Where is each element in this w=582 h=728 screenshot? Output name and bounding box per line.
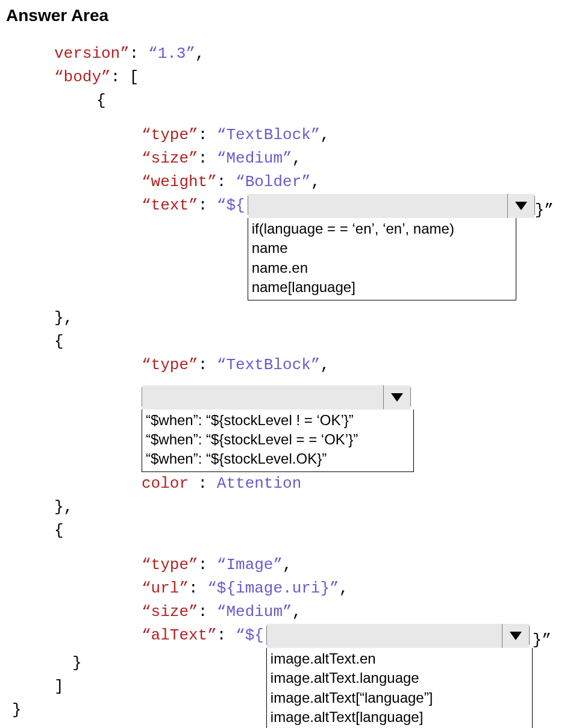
code-line: “type”: “TextBlock”,	[6, 353, 576, 377]
json-string: “TextBlock”	[217, 356, 321, 374]
json-key: color	[142, 474, 189, 493]
dropdown-header[interactable]	[248, 196, 535, 215]
json-string: “1.3”	[148, 45, 195, 63]
dropdown-option[interactable]: name[language]	[252, 278, 512, 297]
code-line: {	[6, 330, 576, 353]
code-line: “type”: “Image”,	[6, 553, 576, 577]
code-line: “text”: “${ if(language = = ‘en’, ‘en’, …	[6, 194, 576, 300]
chevron-down-icon	[509, 627, 522, 645]
code-line: version”: “1.3”,	[6, 42, 576, 66]
json-key: “type”	[142, 126, 198, 144]
dropdown-option[interactable]: name	[252, 238, 512, 258]
code-line: “body”: [	[6, 66, 576, 89]
json-string: “Medium”	[217, 603, 292, 621]
svg-marker-0	[515, 202, 527, 210]
dropdown-toggle[interactable]	[508, 194, 534, 218]
code-line: “$when”: “${stockLevel ! = ‘OK’}” “$when…	[6, 385, 576, 472]
json-string: “${	[236, 626, 264, 644]
json-string: “${	[217, 196, 245, 214]
json-key: “size”	[142, 149, 198, 167]
dropdown-option[interactable]: image.altText[language]	[271, 708, 528, 727]
code-block: version”: “1.3”, “body”: [ { “type”: “Te…	[6, 42, 576, 722]
json-value: Attention	[217, 474, 301, 493]
code-line: “size”: “Medium”,	[6, 147, 576, 170]
page-title: Answer Area	[6, 6, 576, 25]
json-string: “TextBlock”	[217, 126, 321, 144]
json-string: “Medium”	[217, 149, 292, 167]
dropdown-options[interactable]: if(language = = ‘en’, ‘en’, name) name n…	[248, 218, 516, 300]
dropdown-option[interactable]: “$when”: “${stockLevel.OK}”	[146, 449, 410, 468]
json-string: “Bolder”	[236, 173, 311, 191]
json-key: version”	[54, 45, 130, 63]
dropdown-option[interactable]: image.altText[“language”]	[271, 688, 528, 708]
dropdown-option[interactable]: “$when”: “${stockLevel = = ‘OK’}”	[146, 430, 410, 449]
code-line: color : Attention	[6, 472, 576, 496]
json-string-suffix: }”	[535, 194, 554, 222]
svg-marker-1	[391, 393, 403, 402]
dropdown-when-condition[interactable]: “$when”: “${stockLevel ! = ‘OK’}” “$when…	[142, 385, 414, 472]
dropdown-header[interactable]	[142, 387, 411, 406]
dropdown-alttext-expression[interactable]: image.altText.en image.altText.language …	[266, 624, 533, 728]
chevron-down-icon	[515, 197, 528, 215]
json-key: “type”	[142, 556, 198, 574]
dropdown-toggle[interactable]	[384, 385, 410, 409]
json-key: “url”	[142, 579, 189, 597]
code-line: “weight”: “Bolder”,	[6, 170, 576, 194]
json-key: “alText”	[142, 626, 217, 644]
chevron-down-icon	[390, 388, 404, 406]
dropdown-option[interactable]: image.altText.language	[271, 668, 528, 688]
dropdown-options[interactable]: “$when”: “${stockLevel ! = ‘OK’}” “$when…	[142, 409, 414, 472]
dropdown-option[interactable]: “$when”: “${stockLevel ! = ‘OK’}”	[146, 411, 410, 430]
code-line: {	[6, 519, 576, 543]
code-line: “size”: “Medium”,	[6, 600, 576, 624]
dropdown-header[interactable]	[266, 626, 530, 645]
code-line: },	[6, 496, 576, 519]
json-key: “text”	[142, 196, 198, 214]
dropdown-field[interactable]	[142, 385, 384, 409]
json-key: “type”	[142, 356, 198, 374]
json-key: “size”	[142, 603, 198, 621]
code-line: “type”: “TextBlock”,	[6, 123, 576, 147]
dropdown-options[interactable]: image.altText.en image.altText.language …	[266, 648, 533, 728]
dropdown-text-expression[interactable]: if(language = = ‘en’, ‘en’, name) name n…	[248, 194, 535, 300]
code-line: {	[6, 89, 576, 113]
code-line: },	[6, 306, 576, 330]
dropdown-option[interactable]: if(language = = ‘en’, ‘en’, name)	[252, 219, 512, 238]
json-key: “weight”	[142, 173, 217, 191]
json-key: “body”	[54, 68, 111, 86]
dropdown-option[interactable]: image.altText.en	[271, 649, 528, 668]
dropdown-field[interactable]	[267, 624, 502, 648]
dropdown-toggle[interactable]	[502, 624, 529, 648]
dropdown-option[interactable]: name.en	[252, 258, 512, 278]
code-line: “url”: “${image.uri}”,	[6, 577, 576, 600]
json-string: “Image”	[217, 556, 283, 574]
dropdown-field[interactable]	[248, 194, 508, 218]
json-string: “${image.uri}”	[207, 579, 339, 597]
svg-marker-2	[510, 632, 522, 640]
json-string-suffix: }”	[533, 624, 551, 652]
